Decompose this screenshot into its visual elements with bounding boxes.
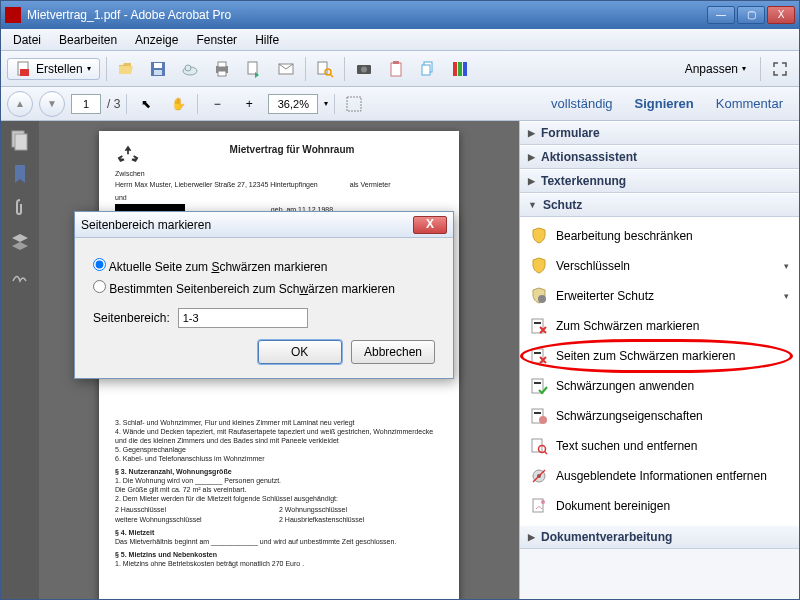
svg-point-44 xyxy=(541,500,545,504)
thumbnails-icon[interactable] xyxy=(9,129,31,151)
kommentar-link[interactable]: Kommentar xyxy=(706,92,793,115)
zoom-in-button[interactable]: + xyxy=(236,91,262,117)
cloud-button[interactable] xyxy=(177,56,203,82)
doc-line: und die des kleinen Zimmers und des Bade… xyxy=(115,436,443,445)
doc-key: 2 Hausbriefkastenschlüssel xyxy=(279,515,364,524)
erstellen-button[interactable]: Erstellen ▾ xyxy=(7,58,100,80)
colorpicker-button[interactable] xyxy=(447,56,473,82)
toolbar-main: Erstellen ▾ Anpassen ▾ xyxy=(1,51,799,87)
redact-props-icon xyxy=(530,407,548,425)
schutz-item-1[interactable]: Verschlüsseln▾ xyxy=(520,251,799,281)
section-label: Dokumentverarbeitung xyxy=(541,530,672,544)
camera-icon xyxy=(355,60,373,78)
section-schutz[interactable]: ▼Schutz xyxy=(520,193,799,217)
schutz-item-0[interactable]: Bearbeitung beschränken xyxy=(520,221,799,251)
menu-bearbeiten[interactable]: Bearbeiten xyxy=(51,31,125,49)
menu-datei[interactable]: Datei xyxy=(5,31,49,49)
section-texterkennung[interactable]: ▶Texterkennung xyxy=(520,169,799,193)
attachments-icon[interactable] xyxy=(9,197,31,219)
menu-fenster[interactable]: Fenster xyxy=(188,31,245,49)
prev-page-button[interactable]: ▲ xyxy=(7,91,33,117)
create-pdf-icon xyxy=(16,61,32,77)
fullscreen-button[interactable] xyxy=(767,56,793,82)
clipboard-button[interactable] xyxy=(383,56,409,82)
doc-line: 4. Wände und Decken tapeziert, mit Raufa… xyxy=(115,427,443,436)
snapshot-button[interactable] xyxy=(351,56,377,82)
section-label: Schutz xyxy=(543,198,582,212)
schutz-item-9[interactable]: Dokument bereinigen xyxy=(520,491,799,521)
vollstaendig-link[interactable]: vollständig xyxy=(541,92,622,115)
doc-line: 2. Dem Mieter werden für die Mietzeit fo… xyxy=(115,494,443,503)
svg-rect-24 xyxy=(347,97,361,111)
section-aktionsassistent[interactable]: ▶Aktionsassistent xyxy=(520,145,799,169)
combine-button[interactable] xyxy=(415,56,441,82)
schutz-item-label: Text suchen und entfernen xyxy=(556,439,697,453)
zoom-out-button[interactable]: − xyxy=(204,91,230,117)
cancel-button[interactable]: Abbrechen xyxy=(351,340,435,364)
maximize-button[interactable]: ▢ xyxy=(737,6,765,24)
email-button[interactable] xyxy=(273,56,299,82)
chevron-down-icon: ▾ xyxy=(784,261,789,271)
svg-rect-9 xyxy=(218,71,226,76)
option-current-page[interactable]: Aktuelle Seite zum Schwärzen markieren xyxy=(93,258,435,274)
document-viewport[interactable]: Mietvertrag für Wohnraum Zwischen Herrn … xyxy=(39,121,519,599)
signieren-link[interactable]: Signieren xyxy=(625,92,704,115)
doc-key: 2 Hausschlüssel xyxy=(115,505,279,514)
chevron-right-icon: ▶ xyxy=(528,176,535,186)
open-button[interactable] xyxy=(113,56,139,82)
anpassen-button[interactable]: Anpassen ▾ xyxy=(677,60,754,78)
option-page-range[interactable]: Bestimmten Seitenbereich zum Schwärzen m… xyxy=(93,280,435,296)
page-search-icon xyxy=(316,60,334,78)
radio-page-range[interactable] xyxy=(93,280,106,293)
schutz-item-3[interactable]: Zum Schwärzen markieren xyxy=(520,311,799,341)
range-input[interactable] xyxy=(178,308,308,328)
shield-yellow-icon xyxy=(530,227,548,245)
schutz-item-7[interactable]: Text suchen und entfernen xyxy=(520,431,799,461)
svg-rect-35 xyxy=(534,412,541,414)
chevron-down-icon: ▾ xyxy=(742,64,746,73)
signatures-icon[interactable] xyxy=(9,265,31,287)
menu-hilfe[interactable]: Hilfe xyxy=(247,31,287,49)
menu-anzeige[interactable]: Anzeige xyxy=(127,31,186,49)
page-arrow-icon xyxy=(245,60,263,78)
layers-icon[interactable] xyxy=(9,231,31,253)
app-window: Mietvertrag_1.pdf - Adobe Acrobat Pro — … xyxy=(0,0,800,600)
dialog-close-button[interactable]: X xyxy=(413,216,447,234)
schutz-item-4[interactable]: Seiten zum Schwärzen markieren xyxy=(520,341,799,371)
bookmarks-icon[interactable] xyxy=(9,163,31,185)
next-page-button[interactable]: ▼ xyxy=(39,91,65,117)
section-dokumentverarbeitung[interactable]: ▶Dokumentverarbeitung xyxy=(520,525,799,549)
save-button[interactable] xyxy=(145,56,171,82)
close-button[interactable]: X xyxy=(767,6,795,24)
schutz-body: Bearbeitung beschränkenVerschlüsseln▾Erw… xyxy=(520,217,799,525)
print-button[interactable] xyxy=(209,56,235,82)
find-button[interactable] xyxy=(312,56,338,82)
chevron-down-icon: ▾ xyxy=(784,291,789,301)
page-number-input[interactable] xyxy=(71,94,101,114)
minimize-button[interactable]: — xyxy=(707,6,735,24)
minus-icon: − xyxy=(214,97,221,111)
svg-rect-20 xyxy=(422,65,430,75)
radio-current-page[interactable] xyxy=(93,258,106,271)
schutz-item-5[interactable]: Schwärzungen anwenden xyxy=(520,371,799,401)
chevron-right-icon: ▶ xyxy=(528,532,535,542)
ok-button[interactable]: OK xyxy=(258,340,342,364)
schutz-item-8[interactable]: Ausgeblendete Informationen entfernen xyxy=(520,461,799,491)
expand-icon xyxy=(771,60,789,78)
marquee-zoom-button[interactable] xyxy=(341,91,367,117)
dialog-titlebar: Seitenbereich markieren X xyxy=(75,212,453,238)
window-title: Mietvertrag_1.pdf - Adobe Acrobat Pro xyxy=(27,8,707,22)
redact-red-icon xyxy=(530,347,548,365)
select-tool-button[interactable]: ⬉ xyxy=(133,91,159,117)
svg-rect-1 xyxy=(20,69,29,76)
chevron-down-icon[interactable]: ▾ xyxy=(324,99,328,108)
doc-line: 1. Die Wohnung wird von _______ Personen… xyxy=(115,476,443,485)
hidden-remove-icon xyxy=(530,467,548,485)
section-formulare[interactable]: ▶Formulare xyxy=(520,121,799,145)
hand-tool-button[interactable]: ✋ xyxy=(165,91,191,117)
schutz-item-6[interactable]: Schwärzungseigenschaften xyxy=(520,401,799,431)
cursor-icon: ⬉ xyxy=(141,97,151,111)
export-button[interactable] xyxy=(241,56,267,82)
zoom-input[interactable] xyxy=(268,94,318,114)
schutz-item-2[interactable]: Erweiterter Schutz▾ xyxy=(520,281,799,311)
